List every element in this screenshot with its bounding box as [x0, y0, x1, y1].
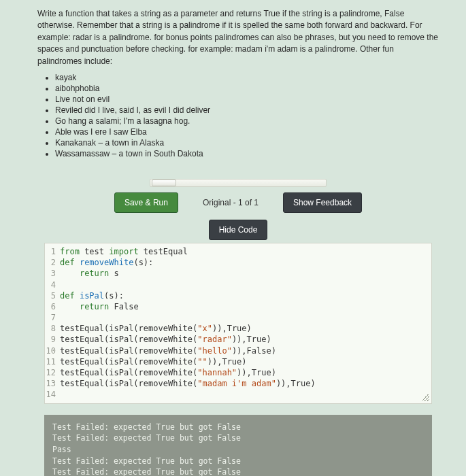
line-number: 14: [45, 389, 60, 400]
code-line[interactable]: 2def removeWhite(s):: [45, 257, 431, 268]
code-editor[interactable]: 1from test import testEqual2def removeWh…: [44, 243, 432, 404]
line-number: 10: [45, 345, 60, 356]
example-list: kayakaibohphobiaLive not on evilReviled …: [46, 73, 439, 158]
line-number: 3: [45, 268, 60, 279]
code-line[interactable]: 10testEqual(isPal(removeWhite("hello")),…: [45, 345, 431, 356]
line-number: 1: [45, 246, 60, 257]
code-line[interactable]: 1from test import testEqual: [45, 246, 431, 257]
example-item: aibohphobia: [55, 84, 439, 93]
line-number: 4: [45, 279, 60, 290]
hide-code-button[interactable]: Hide Code: [209, 220, 268, 240]
save-run-button[interactable]: Save & Run: [114, 192, 178, 213]
line-number: 8: [45, 323, 60, 334]
code-content[interactable]: testEqual(isPal(removeWhite("")),True): [60, 356, 247, 367]
code-line[interactable]: 11testEqual(isPal(removeWhite("")),True): [45, 356, 431, 367]
code-content[interactable]: return False: [60, 301, 139, 312]
example-item: kayak: [55, 73, 439, 82]
example-item: Live not on evil: [55, 95, 439, 104]
output-line: Test Failed: expected True but got False: [52, 466, 424, 476]
line-number: 5: [45, 290, 60, 301]
question-prompt: Write a function that takes a string as …: [37, 8, 439, 67]
resize-handle[interactable]: [422, 394, 429, 401]
example-item: Able was I ere I saw Elba: [55, 127, 439, 137]
code-line[interactable]: 13testEqual(isPal(removeWhite("madam i'm…: [45, 378, 431, 389]
code-line[interactable]: 14: [45, 389, 431, 400]
code-content[interactable]: def isPal(s):: [60, 290, 124, 301]
example-item: Reviled did I live, said I, as evil I di…: [55, 105, 439, 115]
code-content[interactable]: def removeWhite(s):: [60, 257, 153, 268]
code-content[interactable]: testEqual(isPal(removeWhite("radar")),Tr…: [60, 334, 271, 345]
code-line[interactable]: 12testEqual(isPal(removeWhite("hannah"))…: [45, 367, 431, 378]
code-content[interactable]: testEqual(isPal(removeWhite("hello")),Fa…: [60, 345, 276, 356]
line-number: 11: [45, 356, 60, 367]
output-line: Test Failed: expected True but got False: [52, 422, 424, 433]
example-item: Go hang a salami; I'm a lasagna hog.: [55, 116, 439, 126]
code-content[interactable]: testEqual(isPal(removeWhite("hannah")),T…: [60, 367, 276, 378]
line-number: 2: [45, 257, 60, 268]
code-line[interactable]: 9testEqual(isPal(removeWhite("radar")),T…: [45, 334, 431, 345]
code-line[interactable]: 6 return False: [45, 301, 431, 312]
code-content[interactable]: return s: [60, 268, 119, 279]
history-pager[interactable]: Original - 1 of 1: [197, 193, 264, 212]
code-line[interactable]: 5def isPal(s):: [45, 290, 431, 301]
code-content[interactable]: from test import testEqual: [60, 246, 188, 257]
line-number: 9: [45, 334, 60, 345]
code-content[interactable]: testEqual(isPal(removeWhite("x")),True): [60, 323, 252, 334]
line-number: 7: [45, 312, 60, 323]
example-item: Wassamassaw – a town in South Dakota: [55, 149, 439, 158]
code-content[interactable]: testEqual(isPal(removeWhite("madam i'm a…: [60, 378, 316, 389]
example-item: Kanakanak – a town in Alaska: [55, 138, 439, 148]
code-line[interactable]: 8testEqual(isPal(removeWhite("x")),True): [45, 323, 431, 334]
toolbar: Save & Run Original - 1 of 1 Show Feedba…: [37, 192, 439, 213]
output-line: Test Failed: expected True but got False: [52, 456, 424, 467]
output-line: Test Failed: expected True but got False: [52, 432, 424, 444]
line-number: 12: [45, 367, 60, 378]
line-number: 6: [45, 301, 60, 312]
test-output: Test Failed: expected True but got False…: [44, 415, 432, 476]
show-feedback-button[interactable]: Show Feedback: [283, 192, 362, 213]
line-number: 13: [45, 378, 60, 389]
code-line[interactable]: 7: [45, 312, 431, 323]
code-line[interactable]: 3 return s: [45, 268, 431, 279]
code-line[interactable]: 4: [45, 279, 431, 290]
output-line: Pass: [52, 444, 424, 456]
horizontal-scrollbar[interactable]: [37, 179, 439, 187]
